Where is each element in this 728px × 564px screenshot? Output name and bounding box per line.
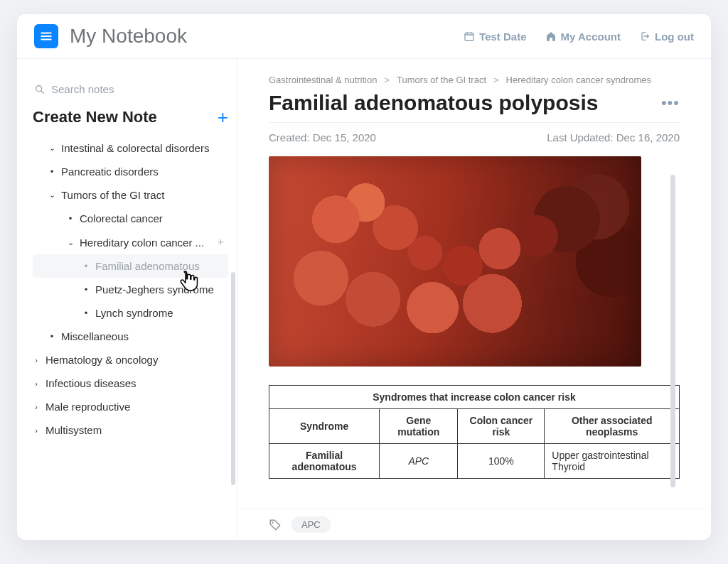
sidebar: Search notes Create New Note + ⌄Intestin… (17, 59, 237, 540)
table-cell-line: Upper gastrointestinal (552, 450, 672, 461)
content-image (269, 156, 641, 367)
tree-item-male-reproductive[interactable]: ›Male reproductive (33, 395, 228, 418)
tree-label: Miscellaneous (61, 330, 129, 342)
tree-label: Tumors of the GI tract (61, 189, 164, 201)
search-icon (34, 84, 46, 95)
chevron-right-icon: › (33, 426, 40, 435)
content-scrollbar[interactable] (670, 175, 675, 487)
chevron-down-icon: ⌄ (67, 238, 74, 247)
my-account-label: My Account (561, 31, 621, 43)
chevron-right-icon: › (33, 379, 40, 388)
calendar-icon (464, 31, 475, 42)
tree-item-tumors[interactable]: ⌄Tumors of the GI tract (33, 183, 228, 207)
hamburger-icon (40, 30, 53, 43)
create-note-button[interactable]: + (218, 108, 228, 126)
more-options-button[interactable]: ••• (661, 94, 680, 112)
create-note-row: Create New Note + (33, 108, 228, 126)
table-cell: APC (380, 444, 458, 479)
bullet-icon (82, 308, 90, 318)
breadcrumb: Gastrointestinal & nutrition > Tumors of… (269, 75, 680, 85)
search-placeholder: Search notes (51, 83, 114, 95)
table-cell: 100% (458, 444, 545, 479)
logout-label: Log out (655, 31, 694, 43)
tree-label: Pancreatic disorders (61, 166, 159, 178)
app-header: My Notebook Test Date My Account Log out (17, 14, 711, 59)
table-cell-line: Thyroid (552, 461, 672, 472)
meta-row: Created: Dec 15, 2020 Last Updated: Dec … (269, 123, 680, 156)
tree-label: Multisystem (46, 424, 102, 436)
tree-label: Colorectal cancer (80, 212, 163, 224)
tree-label: Hereditary colon cancer ... (80, 237, 204, 249)
table-header: Gene mutation (380, 409, 458, 444)
tag-pill[interactable]: APC (291, 516, 331, 533)
main-inner: Gastrointestinal & nutrition > Tumors of… (237, 59, 711, 540)
tree-item-multisystem[interactable]: ›Multisystem (33, 418, 228, 442)
bullet-icon (48, 331, 55, 342)
test-date-label: Test Date (479, 31, 526, 43)
content-scroll[interactable]: Syndromes that increase colon cancer ris… (269, 156, 680, 540)
test-date-link[interactable]: Test Date (464, 31, 526, 43)
header-right: Test Date My Account Log out (464, 31, 694, 43)
tree-item-infectious[interactable]: ›Infectious diseases (33, 372, 228, 395)
chevron-right-icon: › (33, 356, 40, 364)
bullet-icon (48, 166, 55, 177)
tree-item-pancreatic[interactable]: Pancreatic disorders (33, 160, 228, 183)
tree-item-hematology[interactable]: ›Hematology & oncology (33, 348, 228, 372)
created-date: Created: Dec 15, 2020 (269, 131, 376, 143)
svg-rect-0 (465, 33, 473, 40)
breadcrumb-sep: > (493, 75, 499, 85)
page-title: Familial adenomatous polyposis (269, 91, 598, 115)
tree-label: Lynch syndrome (95, 307, 173, 319)
app-title: My Notebook (70, 25, 187, 48)
tree-label: Intestinal & colorectal disorders (61, 142, 209, 154)
chevron-right-icon: › (33, 403, 40, 411)
breadcrumb-item[interactable]: Hereditary colon cancer syndromes (506, 75, 651, 85)
table-header: Other associated neoplasms (545, 409, 680, 444)
app-body: Search notes Create New Note + ⌄Intestin… (17, 59, 711, 540)
table-row: Familial adenomatous APC 100% Upper gast… (269, 444, 680, 479)
logout-icon (639, 31, 651, 42)
table-header: Colon cancer risk (458, 409, 545, 444)
tag-row: APC (237, 509, 711, 540)
updated-date: Last Updated: Dec 16, 2020 (547, 131, 680, 143)
sidebar-tree: ⌄Intestinal & colorectal disorders Pancr… (33, 136, 228, 442)
bullet-icon (82, 261, 90, 271)
table-cell: Upper gastrointestinal Thyroid (545, 444, 680, 479)
chevron-down-icon: ⌄ (48, 190, 55, 200)
main-content: Gastrointestinal & nutrition > Tumors of… (237, 59, 711, 540)
tree-item-lynch[interactable]: Lynch syndrome (33, 301, 228, 325)
svg-point-1 (36, 85, 42, 91)
tree-label: Male reproductive (46, 401, 130, 413)
add-child-button[interactable]: + (218, 236, 228, 249)
create-note-label: Create New Note (33, 108, 157, 126)
table-cell: Familial adenomatous (269, 444, 380, 479)
breadcrumb-item[interactable]: Tumors of the GI tract (397, 75, 486, 85)
tree-item-puetz[interactable]: Puetz-Jeghers syndrome (33, 278, 228, 301)
breadcrumb-item[interactable]: Gastrointestinal & nutrition (269, 75, 377, 85)
tree-label: Puetz-Jeghers syndrome (95, 283, 214, 295)
breadcrumb-sep: > (384, 75, 390, 85)
my-account-link[interactable]: My Account (545, 31, 621, 43)
bullet-icon (82, 284, 90, 295)
chevron-down-icon: ⌄ (48, 143, 55, 153)
app-window: My Notebook Test Date My Account Log out… (17, 14, 711, 540)
search-input[interactable]: Search notes (33, 80, 228, 108)
hamburger-menu-button[interactable] (34, 24, 58, 48)
table-header: Syndrome (269, 409, 380, 444)
tree-label: Familial adenomatous (95, 260, 200, 272)
tree-label: Hematology & oncology (46, 354, 158, 366)
risk-table: Syndromes that increase colon cancer ris… (269, 385, 680, 479)
bullet-icon (67, 213, 74, 224)
tree-item-familial[interactable]: Familial adenomatous (33, 254, 228, 278)
tree-item-misc[interactable]: Miscellaneous (33, 325, 228, 348)
tag-icon (269, 519, 282, 531)
sidebar-scrollbar[interactable] (231, 272, 235, 485)
title-row: Familial adenomatous polyposis ••• (269, 91, 680, 123)
tree-label: Infectious diseases (46, 377, 136, 389)
tree-item-hereditary[interactable]: ⌄Hereditary colon cancer ...+ (33, 230, 228, 254)
tree-item-intestinal[interactable]: ⌄Intestinal & colorectal disorders (33, 136, 228, 160)
svg-point-2 (272, 521, 274, 523)
tree-item-colorectal[interactable]: Colorectal cancer (33, 207, 228, 230)
table-caption: Syndromes that increase colon cancer ris… (269, 386, 680, 409)
logout-link[interactable]: Log out (639, 31, 694, 43)
